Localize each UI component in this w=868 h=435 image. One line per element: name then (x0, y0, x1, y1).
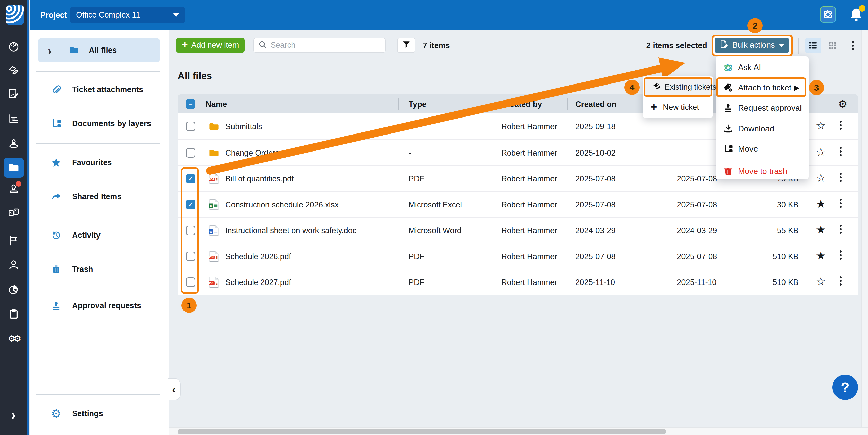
table-settings-gear-icon[interactable]: ⚙ (838, 98, 848, 110)
bulk-actions-menu: Ask AI Attach to ticket ▶ Request approv… (716, 56, 809, 180)
rail-location-icon[interactable] (0, 133, 27, 153)
sidebar-item-trash[interactable]: Trash (38, 259, 160, 279)
table-row[interactable]: W Instructional sheet on work safety.doc… (178, 217, 858, 243)
sidebar-item-ticket-attachments[interactable]: Ticket attachments (38, 80, 160, 100)
rail-report-icon[interactable] (0, 108, 27, 129)
bulk-actions-button[interactable]: Bulk actions (715, 37, 789, 53)
column-header-created-by[interactable]: Created by (501, 100, 542, 109)
rail-settings-icon[interactable]: ⚙⚙ (0, 329, 27, 349)
filter-button[interactable] (397, 37, 415, 53)
row-kebab-menu[interactable] (840, 199, 842, 208)
rail-gauge-icon[interactable] (0, 36, 27, 57)
sidebar-item-settings[interactable]: ⚙ Settings (38, 404, 160, 424)
favourite-star-icon[interactable]: ★ (816, 249, 826, 262)
table-row[interactable]: ✓ X Construction schedule 2026.xlsx Micr… (178, 191, 858, 217)
favourite-star-icon[interactable]: ☆ (816, 275, 826, 288)
step-badge-1: 1 (182, 298, 197, 313)
file-updated-on: 2025-07-08 (677, 174, 717, 184)
folder-icon (68, 44, 80, 56)
menu-item-download[interactable]: Download (716, 119, 809, 138)
rail-resources-icon[interactable] (0, 202, 27, 223)
submenu-item-new-ticket[interactable]: + New ticket (644, 98, 712, 116)
horizontal-scrollbar[interactable] (169, 427, 868, 435)
menu-item-move-to-trash[interactable]: Move to trash (716, 162, 809, 181)
row-kebab-menu[interactable] (840, 250, 842, 260)
folder-icon (208, 147, 220, 161)
row-checkbox[interactable] (186, 148, 195, 158)
rail-analytics-icon[interactable] (0, 279, 27, 300)
sidebar-collapse-button[interactable]: ‹ (167, 378, 181, 401)
sidebar-item-documents-by-layers[interactable]: Documents by layers (38, 114, 160, 134)
table-row[interactable]: PDF Schedule 2026.pdf PDF Robert Hammer … (178, 243, 858, 269)
pdf-file-icon: PDF (208, 250, 220, 265)
row-checkbox[interactable] (186, 122, 195, 131)
column-header-created-on[interactable]: Created on (576, 100, 617, 109)
sidebar-item-approval-requests[interactable]: Approval requests (38, 296, 160, 316)
column-header-name[interactable]: Name (206, 100, 227, 109)
submenu-item-label: Existing tickets (664, 83, 716, 92)
download-icon (722, 123, 734, 134)
sidebar-item-all-files-row[interactable]: All files (38, 40, 160, 60)
file-updated-on: 2025-07-08 (677, 200, 717, 209)
rail-expand-icon[interactable]: › (0, 405, 27, 425)
file-created-on: 2025-07-08 (576, 252, 616, 261)
submenu-item-existing-tickets[interactable]: Existing tickets (644, 77, 712, 97)
rail-files-icon[interactable] (4, 158, 24, 178)
favourite-star-icon[interactable]: ☆ (816, 119, 826, 132)
row-kebab-menu[interactable] (840, 173, 842, 182)
notifications-bell-icon[interactable] (848, 7, 864, 23)
svg-text:W: W (209, 230, 213, 234)
horizontal-scrollbar-thumb[interactable] (178, 429, 666, 434)
sidebar-item-label: Settings (72, 409, 103, 418)
file-name[interactable]: Change Orders (225, 149, 279, 158)
sidebar-item-activity[interactable]: Activity (38, 225, 160, 245)
favourite-star-icon[interactable]: ★ (816, 197, 826, 210)
search-input[interactable] (271, 41, 372, 50)
column-header-type[interactable]: Type (409, 100, 426, 109)
file-name[interactable]: Schedule 2027.pdf (225, 278, 291, 287)
rail-flags-icon[interactable] (0, 231, 27, 251)
menu-item-ask-ai[interactable]: Ask AI (716, 58, 809, 76)
sidebar-item-favourites[interactable]: Favourites (38, 153, 160, 173)
menu-item-attach-to-ticket[interactable]: Attach to ticket ▶ (716, 77, 806, 97)
row-kebab-menu[interactable] (840, 147, 842, 156)
list-view-button[interactable] (805, 37, 821, 53)
rail-form-icon[interactable] (0, 84, 27, 104)
rail-approvals-icon[interactable] (0, 179, 27, 199)
divider (716, 159, 809, 159)
rail-tasks-icon[interactable] (0, 304, 27, 324)
file-type: Microsoft Excel (409, 200, 462, 209)
rail-people-icon[interactable] (0, 254, 27, 275)
add-new-item-button[interactable]: + Add new item (176, 37, 245, 53)
table-row[interactable]: PDF Schedule 2027.pdf PDF Robert Hammer … (178, 269, 858, 294)
grid-view-button[interactable] (824, 37, 841, 53)
tree-icon (722, 143, 734, 155)
select-all-checkbox[interactable]: − (186, 99, 195, 109)
svg-text:PDF: PDF (209, 282, 214, 284)
vertical-scrollbar[interactable] (861, 30, 868, 435)
history-icon (50, 229, 62, 241)
favourite-star-icon[interactable]: ☆ (816, 146, 826, 158)
favourite-star-icon[interactable]: ★ (816, 223, 826, 236)
project-selector[interactable]: Office Complex 11 (70, 7, 185, 23)
help-button[interactable]: ? (833, 375, 858, 400)
rail-tags-icon[interactable] (0, 60, 27, 81)
row-kebab-menu[interactable] (840, 276, 842, 285)
file-name[interactable]: Submittals (225, 122, 262, 131)
submenu-arrow-icon: ▶ (794, 84, 800, 92)
file-name[interactable]: Construction schedule 2026.xlsx (225, 200, 339, 209)
file-updated-on: 2025-11-10 (677, 278, 716, 287)
file-name[interactable]: Bill of quantities.pdf (225, 174, 293, 184)
row-kebab-menu[interactable] (840, 121, 842, 130)
menu-item-request-approval[interactable]: Request approval (716, 98, 809, 117)
divider (36, 216, 160, 216)
favourite-star-icon[interactable]: ☆ (816, 171, 826, 184)
menu-item-move[interactable]: Move (716, 139, 809, 158)
toolbar-kebab-menu[interactable] (848, 39, 858, 52)
sidebar-item-shared-items[interactable]: Shared Items (38, 187, 160, 207)
ask-ai-button[interactable] (820, 6, 836, 23)
file-name[interactable]: Schedule 2026.pdf (225, 252, 291, 261)
row-kebab-menu[interactable] (840, 225, 842, 234)
file-name[interactable]: Instructional sheet on work safety.doc (225, 226, 356, 235)
file-type: PDF (409, 278, 424, 287)
